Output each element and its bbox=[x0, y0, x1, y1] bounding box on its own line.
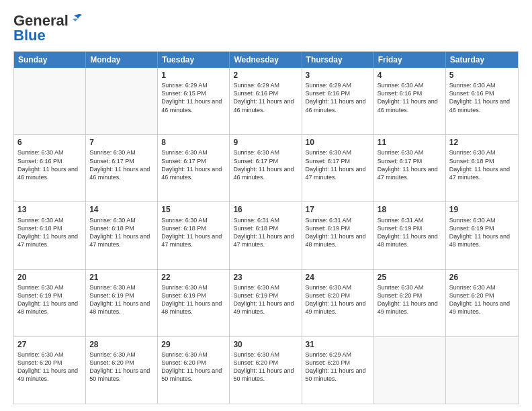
day-info: Sunrise: 6:30 AMSunset: 6:19 PMDaylight:… bbox=[233, 283, 298, 316]
logo: General Blue bbox=[13, 12, 83, 44]
day-info: Sunrise: 6:30 AMSunset: 6:17 PMDaylight:… bbox=[89, 148, 154, 181]
cal-cell-5: 5Sunrise: 6:30 AMSunset: 6:16 PMDaylight… bbox=[446, 68, 518, 134]
cal-cell-empty-0-0 bbox=[14, 68, 86, 134]
cal-cell-empty-4-5 bbox=[374, 337, 446, 404]
day-number: 25 bbox=[378, 272, 442, 283]
day-info: Sunrise: 6:30 AMSunset: 6:18 PMDaylight:… bbox=[89, 216, 154, 249]
calendar: SundayMondayTuesdayWednesdayThursdayFrid… bbox=[13, 51, 519, 404]
day-info: Sunrise: 6:30 AMSunset: 6:20 PMDaylight:… bbox=[161, 351, 226, 383]
day-number: 16 bbox=[233, 204, 298, 215]
cal-cell-4: 4Sunrise: 6:30 AMSunset: 6:16 PMDaylight… bbox=[374, 68, 446, 134]
day-info: Sunrise: 6:30 AMSunset: 6:20 PMDaylight:… bbox=[89, 351, 154, 383]
day-info: Sunrise: 6:30 AMSunset: 6:19 PMDaylight:… bbox=[17, 283, 82, 316]
day-info: Sunrise: 6:29 AMSunset: 6:15 PMDaylight:… bbox=[161, 81, 226, 114]
day-number: 2 bbox=[233, 70, 298, 81]
day-info: Sunrise: 6:30 AMSunset: 6:20 PMDaylight:… bbox=[233, 351, 298, 383]
day-info: Sunrise: 6:29 AMSunset: 6:16 PMDaylight:… bbox=[233, 81, 298, 114]
day-info: Sunrise: 6:31 AMSunset: 6:18 PMDaylight:… bbox=[233, 216, 298, 249]
cal-cell-23: 23Sunrise: 6:30 AMSunset: 6:19 PMDayligh… bbox=[230, 270, 302, 336]
day-number: 3 bbox=[306, 70, 370, 81]
day-number: 14 bbox=[89, 204, 154, 215]
day-number: 29 bbox=[161, 339, 226, 350]
week-row-3: 13Sunrise: 6:30 AMSunset: 6:18 PMDayligh… bbox=[14, 201, 518, 269]
cal-cell-30: 30Sunrise: 6:30 AMSunset: 6:20 PMDayligh… bbox=[230, 337, 302, 404]
day-info: Sunrise: 6:31 AMSunset: 6:19 PMDaylight:… bbox=[378, 216, 442, 249]
cal-cell-11: 11Sunrise: 6:30 AMSunset: 6:17 PMDayligh… bbox=[374, 135, 446, 201]
day-number: 20 bbox=[17, 272, 82, 283]
day-info: Sunrise: 6:30 AMSunset: 6:18 PMDaylight:… bbox=[161, 216, 226, 249]
logo-bird-icon bbox=[70, 13, 83, 24]
cal-cell-19: 19Sunrise: 6:30 AMSunset: 6:19 PMDayligh… bbox=[446, 202, 518, 269]
day-info: Sunrise: 6:30 AMSunset: 6:18 PMDaylight:… bbox=[449, 148, 515, 181]
day-number: 26 bbox=[449, 272, 515, 283]
day-number: 13 bbox=[17, 204, 82, 215]
day-number: 23 bbox=[233, 272, 298, 283]
week-row-1: 1Sunrise: 6:29 AMSunset: 6:15 PMDaylight… bbox=[14, 68, 518, 134]
header: General Blue bbox=[13, 12, 519, 44]
day-header-sunday: Sunday bbox=[14, 52, 86, 68]
day-info: Sunrise: 6:30 AMSunset: 6:20 PMDaylight:… bbox=[306, 283, 370, 316]
cal-cell-1: 1Sunrise: 6:29 AMSunset: 6:15 PMDaylight… bbox=[158, 68, 230, 134]
calendar-body: 1Sunrise: 6:29 AMSunset: 6:15 PMDaylight… bbox=[14, 68, 518, 404]
day-info: Sunrise: 6:30 AMSunset: 6:20 PMDaylight:… bbox=[378, 283, 442, 316]
day-header-wednesday: Wednesday bbox=[230, 52, 302, 68]
day-number: 9 bbox=[233, 137, 298, 148]
day-number: 24 bbox=[306, 272, 370, 283]
day-number: 12 bbox=[449, 137, 515, 148]
day-info: Sunrise: 6:31 AMSunset: 6:19 PMDaylight:… bbox=[306, 216, 370, 249]
day-info: Sunrise: 6:29 AMSunset: 6:16 PMDaylight:… bbox=[306, 81, 370, 114]
day-header-monday: Monday bbox=[86, 52, 158, 68]
cal-cell-24: 24Sunrise: 6:30 AMSunset: 6:20 PMDayligh… bbox=[302, 270, 374, 336]
day-number: 6 bbox=[17, 137, 82, 148]
cal-cell-9: 9Sunrise: 6:30 AMSunset: 6:17 PMDaylight… bbox=[230, 135, 302, 201]
day-info: Sunrise: 6:30 AMSunset: 6:17 PMDaylight:… bbox=[378, 148, 442, 181]
day-header-thursday: Thursday bbox=[302, 52, 374, 68]
cal-cell-empty-0-1 bbox=[86, 68, 158, 134]
cal-cell-2: 2Sunrise: 6:29 AMSunset: 6:16 PMDaylight… bbox=[230, 68, 302, 134]
week-row-2: 6Sunrise: 6:30 AMSunset: 6:16 PMDaylight… bbox=[14, 134, 518, 201]
day-number: 22 bbox=[161, 272, 226, 283]
cal-cell-25: 25Sunrise: 6:30 AMSunset: 6:20 PMDayligh… bbox=[374, 270, 446, 336]
cal-cell-22: 22Sunrise: 6:30 AMSunset: 6:19 PMDayligh… bbox=[158, 270, 230, 336]
week-row-4: 20Sunrise: 6:30 AMSunset: 6:19 PMDayligh… bbox=[14, 269, 518, 336]
day-number: 27 bbox=[17, 339, 82, 350]
cal-cell-10: 10Sunrise: 6:30 AMSunset: 6:17 PMDayligh… bbox=[302, 135, 374, 201]
cal-cell-20: 20Sunrise: 6:30 AMSunset: 6:19 PMDayligh… bbox=[14, 270, 86, 336]
cal-cell-28: 28Sunrise: 6:30 AMSunset: 6:20 PMDayligh… bbox=[86, 337, 158, 404]
cal-cell-7: 7Sunrise: 6:30 AMSunset: 6:17 PMDaylight… bbox=[86, 135, 158, 201]
day-number: 17 bbox=[306, 204, 370, 215]
day-info: Sunrise: 6:30 AMSunset: 6:20 PMDaylight:… bbox=[17, 351, 82, 383]
cal-cell-6: 6Sunrise: 6:30 AMSunset: 6:16 PMDaylight… bbox=[14, 135, 86, 201]
day-info: Sunrise: 6:29 AMSunset: 6:20 PMDaylight:… bbox=[306, 351, 370, 383]
cal-cell-21: 21Sunrise: 6:30 AMSunset: 6:19 PMDayligh… bbox=[86, 270, 158, 336]
week-row-5: 27Sunrise: 6:30 AMSunset: 6:20 PMDayligh… bbox=[14, 336, 518, 404]
day-info: Sunrise: 6:30 AMSunset: 6:19 PMDaylight:… bbox=[161, 283, 226, 316]
day-info: Sunrise: 6:30 AMSunset: 6:18 PMDaylight:… bbox=[17, 216, 82, 249]
day-info: Sunrise: 6:30 AMSunset: 6:19 PMDaylight:… bbox=[89, 283, 154, 316]
cal-cell-15: 15Sunrise: 6:30 AMSunset: 6:18 PMDayligh… bbox=[158, 202, 230, 269]
cal-cell-29: 29Sunrise: 6:30 AMSunset: 6:20 PMDayligh… bbox=[158, 337, 230, 404]
day-number: 21 bbox=[89, 272, 154, 283]
cal-cell-13: 13Sunrise: 6:30 AMSunset: 6:18 PMDayligh… bbox=[14, 202, 86, 269]
calendar-header: SundayMondayTuesdayWednesdayThursdayFrid… bbox=[14, 52, 518, 68]
cal-cell-12: 12Sunrise: 6:30 AMSunset: 6:18 PMDayligh… bbox=[446, 135, 518, 201]
cal-cell-18: 18Sunrise: 6:31 AMSunset: 6:19 PMDayligh… bbox=[374, 202, 446, 269]
cal-cell-3: 3Sunrise: 6:29 AMSunset: 6:16 PMDaylight… bbox=[302, 68, 374, 134]
cal-cell-31: 31Sunrise: 6:29 AMSunset: 6:20 PMDayligh… bbox=[302, 337, 374, 404]
day-info: Sunrise: 6:30 AMSunset: 6:17 PMDaylight:… bbox=[306, 148, 370, 181]
cal-cell-8: 8Sunrise: 6:30 AMSunset: 6:17 PMDaylight… bbox=[158, 135, 230, 201]
day-number: 7 bbox=[89, 137, 154, 148]
cal-cell-27: 27Sunrise: 6:30 AMSunset: 6:20 PMDayligh… bbox=[14, 337, 86, 404]
day-info: Sunrise: 6:30 AMSunset: 6:19 PMDaylight:… bbox=[449, 216, 515, 249]
day-number: 15 bbox=[161, 204, 226, 215]
day-info: Sunrise: 6:30 AMSunset: 6:16 PMDaylight:… bbox=[17, 148, 82, 181]
day-number: 1 bbox=[161, 70, 226, 81]
day-info: Sunrise: 6:30 AMSunset: 6:16 PMDaylight:… bbox=[378, 81, 442, 114]
day-number: 30 bbox=[233, 339, 298, 350]
day-header-tuesday: Tuesday bbox=[158, 52, 230, 68]
cal-cell-empty-4-6 bbox=[446, 337, 518, 404]
day-number: 10 bbox=[306, 137, 370, 148]
logo-blue-text: Blue bbox=[13, 27, 46, 44]
day-number: 11 bbox=[378, 137, 442, 148]
cal-cell-16: 16Sunrise: 6:31 AMSunset: 6:18 PMDayligh… bbox=[230, 202, 302, 269]
